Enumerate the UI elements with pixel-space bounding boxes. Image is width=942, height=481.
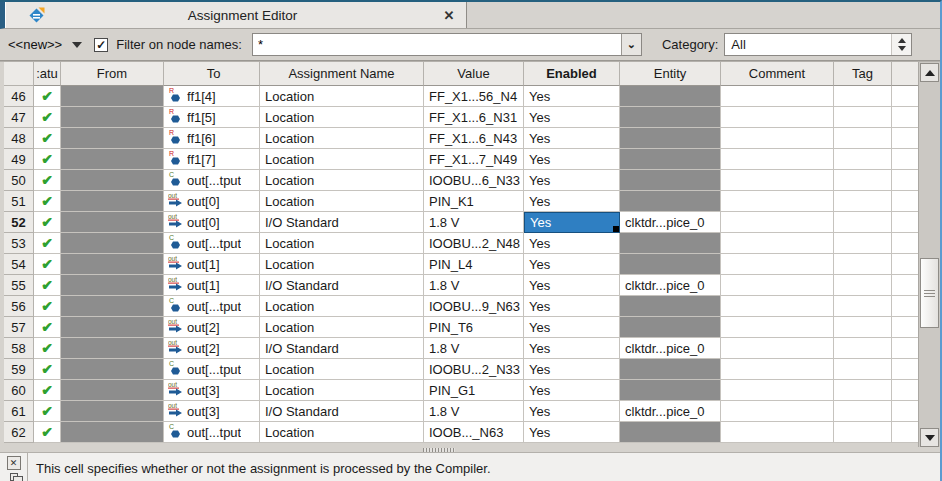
to-cell[interactable]: outout[0] <box>164 212 260 233</box>
value-cell[interactable]: IOOBU...2_N48 <box>424 233 524 254</box>
comment-cell[interactable] <box>721 107 834 128</box>
column-header[interactable]: From <box>61 62 164 86</box>
value-cell[interactable]: IOOB..._N63 <box>424 422 524 443</box>
from-cell[interactable] <box>61 275 164 296</box>
from-cell[interactable] <box>61 296 164 317</box>
table-row[interactable]: 49 ✔ Rff1[7] Location FF_X1...7_N49 Yes <box>4 149 918 170</box>
from-cell[interactable] <box>61 191 164 212</box>
column-header[interactable]: :atu <box>34 62 61 86</box>
status-cell[interactable]: ✔ <box>34 86 61 107</box>
tag-cell[interactable] <box>834 380 892 401</box>
assignment-name-cell[interactable]: Location <box>260 317 424 338</box>
scroll-up-icon[interactable] <box>920 63 939 82</box>
table-row[interactable]: 51 ✔ outout[0] Location PIN_K1 Yes <box>4 191 918 212</box>
tab-assignment-editor[interactable]: Assignment Editor ✕ <box>5 2 467 28</box>
enabled-cell[interactable]: Yes <box>524 359 620 380</box>
column-header[interactable]: Value <box>424 62 524 86</box>
splitter-grip-icon[interactable] <box>423 448 455 452</box>
row-number[interactable]: 53 <box>4 233 34 254</box>
assignment-name-cell[interactable]: Location <box>260 107 424 128</box>
entity-cell[interactable] <box>620 296 721 317</box>
entity-cell[interactable] <box>620 149 721 170</box>
enabled-cell[interactable]: Yes <box>524 191 620 212</box>
enabled-cell[interactable]: Yes <box>524 338 620 359</box>
table-row[interactable]: 57 ✔ outout[2] Location PIN_T6 Yes <box>4 317 918 338</box>
enabled-cell[interactable]: Yes <box>524 128 620 149</box>
table-row[interactable]: 56 ✔ Cout[...tput Location IOOBU...9_N63… <box>4 296 918 317</box>
value-cell[interactable]: 1.8 V <box>424 212 524 233</box>
from-cell[interactable] <box>61 170 164 191</box>
enabled-cell[interactable]: Yes <box>524 254 620 275</box>
comment-cell[interactable] <box>721 275 834 296</box>
row-number[interactable]: 56 <box>4 296 34 317</box>
row-number[interactable]: 55 <box>4 275 34 296</box>
to-cell[interactable]: outout[1] <box>164 254 260 275</box>
comment-cell[interactable] <box>721 170 834 191</box>
tab-close-icon[interactable]: ✕ <box>440 8 458 23</box>
row-number[interactable]: 49 <box>4 149 34 170</box>
value-cell[interactable]: PIN_T6 <box>424 317 524 338</box>
value-cell[interactable]: PIN_L4 <box>424 254 524 275</box>
enabled-cell[interactable]: Yes <box>524 317 620 338</box>
tag-cell[interactable] <box>834 233 892 254</box>
from-cell[interactable] <box>61 107 164 128</box>
row-number[interactable]: 46 <box>4 86 34 107</box>
new-assignment-dropdown[interactable]: <<new>> <box>8 37 62 52</box>
status-cell[interactable]: ✔ <box>34 212 61 233</box>
row-number[interactable]: 62 <box>4 422 34 443</box>
value-cell[interactable]: IOOBU...6_N33 <box>424 170 524 191</box>
table-row[interactable]: 62 ✔ Cout[...tput Location IOOB..._N63 Y… <box>4 422 918 443</box>
comment-cell[interactable] <box>721 338 834 359</box>
filter-checkbox[interactable]: ✓ <box>94 38 108 52</box>
to-cell[interactable]: Cout[...tput <box>164 296 260 317</box>
entity-cell[interactable] <box>620 107 721 128</box>
entity-cell[interactable]: clktdr...pice_0 <box>620 275 721 296</box>
value-cell[interactable]: 1.8 V <box>424 338 524 359</box>
table-row[interactable]: 59 ✔ Cout[...tput Location IOOBU...2_N33… <box>4 359 918 380</box>
assignment-name-cell[interactable]: Location <box>260 233 424 254</box>
entity-cell[interactable]: clktdr...pice_0 <box>620 212 721 233</box>
comment-cell[interactable] <box>721 212 834 233</box>
table-row[interactable]: 55 ✔ outout[1] I/O Standard 1.8 V Yes cl… <box>4 275 918 296</box>
entity-cell[interactable] <box>620 317 721 338</box>
row-number[interactable]: 60 <box>4 380 34 401</box>
comment-cell[interactable] <box>721 380 834 401</box>
column-header[interactable]: Comment <box>721 62 834 86</box>
from-cell[interactable] <box>61 254 164 275</box>
row-number[interactable]: 59 <box>4 359 34 380</box>
row-number[interactable]: 57 <box>4 317 34 338</box>
tag-cell[interactable] <box>834 86 892 107</box>
row-number[interactable]: 58 <box>4 338 34 359</box>
to-cell[interactable]: Cout[...tput <box>164 422 260 443</box>
entity-cell[interactable] <box>620 422 721 443</box>
enabled-cell[interactable]: Yes <box>524 107 620 128</box>
status-cell[interactable]: ✔ <box>34 149 61 170</box>
comment-cell[interactable] <box>721 254 834 275</box>
value-cell[interactable]: IOOBU...9_N63 <box>424 296 524 317</box>
enabled-cell[interactable]: Yes <box>524 170 620 191</box>
from-cell[interactable] <box>61 422 164 443</box>
from-cell[interactable] <box>61 86 164 107</box>
column-header[interactable]: Tag <box>834 62 892 86</box>
to-cell[interactable]: outout[1] <box>164 275 260 296</box>
assignment-name-cell[interactable]: I/O Standard <box>260 338 424 359</box>
tag-cell[interactable] <box>834 359 892 380</box>
vertical-scrollbar[interactable] <box>918 62 940 448</box>
table-row[interactable]: 53 ✔ Cout[...tput Location IOOBU...2_N48… <box>4 233 918 254</box>
assignment-name-cell[interactable]: Location <box>260 380 424 401</box>
to-cell[interactable]: outout[0] <box>164 191 260 212</box>
status-cell[interactable]: ✔ <box>34 359 61 380</box>
enabled-cell[interactable]: Yes <box>524 212 620 233</box>
comment-cell[interactable] <box>721 191 834 212</box>
table-row[interactable]: 61 ✔ outout[3] I/O Standard 1.8 V Yes cl… <box>4 401 918 422</box>
assignment-name-cell[interactable]: I/O Standard <box>260 401 424 422</box>
status-cell[interactable]: ✔ <box>34 317 61 338</box>
tag-cell[interactable] <box>834 275 892 296</box>
entity-cell[interactable]: clktdr...pice_0 <box>620 338 721 359</box>
assignment-name-cell[interactable]: Location <box>260 86 424 107</box>
assignment-name-cell[interactable]: Location <box>260 359 424 380</box>
assignment-name-cell[interactable]: Location <box>260 254 424 275</box>
tag-cell[interactable] <box>834 254 892 275</box>
from-cell[interactable] <box>61 338 164 359</box>
assignment-name-cell[interactable]: I/O Standard <box>260 212 424 233</box>
